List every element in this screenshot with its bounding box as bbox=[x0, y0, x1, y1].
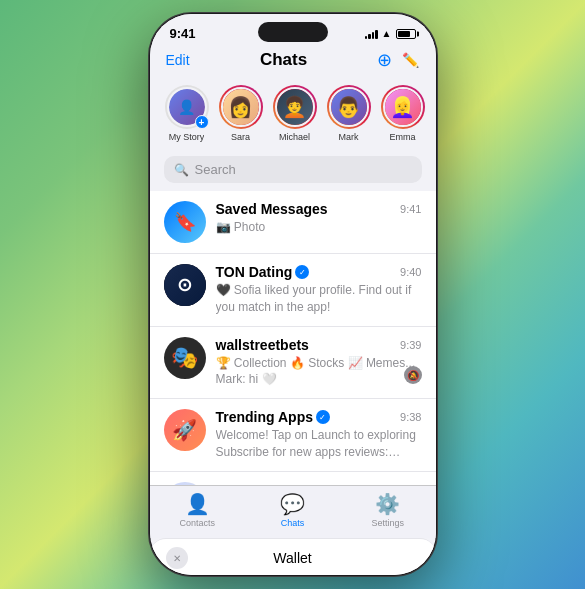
nav-actions: ⊕ ✏️ bbox=[377, 49, 419, 71]
signal-icon bbox=[365, 29, 378, 39]
saved-messages-time: 9:41 bbox=[400, 203, 421, 215]
emma-story-avatar: 👱‍♀️ bbox=[385, 89, 421, 125]
saved-messages-avatar: 🔖 bbox=[164, 201, 206, 243]
wsb-body: wallstreetbets 9:39 🏆 Collection 🔥 Stock… bbox=[216, 337, 422, 389]
wsb-avatar-wrap: 🎭 bbox=[164, 337, 206, 379]
story-name-my-story: My Story bbox=[169, 132, 205, 142]
edit-button[interactable]: Edit bbox=[166, 52, 190, 68]
search-bar[interactable]: 🔍 Search bbox=[164, 156, 422, 183]
saved-messages-body: Saved Messages 9:41 📷 Photo bbox=[216, 201, 422, 236]
story-item-sara[interactable]: 👩 Sara bbox=[218, 85, 264, 142]
sara-story-avatar: 👩 bbox=[223, 89, 259, 125]
story-plus-icon: + bbox=[195, 115, 209, 129]
wsb-time: 9:39 bbox=[400, 339, 421, 351]
battery-icon bbox=[396, 29, 416, 39]
saved-messages-avatar-wrap: 🔖 bbox=[164, 201, 206, 243]
chats-tab-label: Chats bbox=[281, 518, 305, 528]
michael-story-ring: 🧑‍🦱 bbox=[273, 85, 317, 129]
ton-dating-name: TON Dating bbox=[216, 264, 293, 280]
mark-story-ring: 👨 bbox=[327, 85, 371, 129]
search-icon: 🔍 bbox=[174, 163, 189, 177]
story-name-sara: Sara bbox=[231, 132, 250, 142]
wsb-name: wallstreetbets bbox=[216, 337, 309, 353]
ton-dating-avatar-wrap: ⊙ bbox=[164, 264, 206, 306]
chat-item-saved-messages[interactable]: 🔖 Saved Messages 9:41 📷 Photo bbox=[150, 191, 436, 254]
tab-chats[interactable]: 💬 Chats bbox=[245, 492, 340, 528]
page-title: Chats bbox=[260, 50, 307, 70]
sheet-close-button[interactable]: ✕ bbox=[166, 547, 188, 569]
ton-dating-verified-icon: ✓ bbox=[295, 265, 309, 279]
tab-bar: 👤 Contacts 💬 Chats ⚙️ Settings bbox=[150, 485, 436, 538]
trending-preview: Welcome! Tap on Launch to exploringSubsc… bbox=[216, 427, 422, 461]
ton-dating-body: TON Dating ✓ 9:40 🖤 Sofia liked your pro… bbox=[216, 264, 422, 316]
sara-chat-avatar-wrap: 👩‍🦰 bbox=[164, 482, 206, 485]
ton-dating-avatar: ⊙ bbox=[164, 264, 206, 306]
search-input[interactable]: Search bbox=[195, 162, 236, 177]
close-icon: ✕ bbox=[173, 553, 181, 564]
story-name-michael: Michael bbox=[279, 132, 310, 142]
status-icons: ▲ bbox=[365, 28, 416, 39]
chats-tab-icon: 💬 bbox=[280, 492, 305, 516]
sheet-title: Wallet bbox=[200, 550, 386, 566]
trending-avatar-wrap: 🚀 bbox=[164, 409, 206, 451]
wsb-muted-badge: 🔕 bbox=[404, 366, 422, 384]
wsb-preview: 🏆 Collection 🔥 Stocks 📈 Memes...Mark: hi… bbox=[216, 355, 422, 389]
search-container: 🔍 Search bbox=[150, 152, 436, 191]
wsb-avatar-emoji: 🎭 bbox=[171, 347, 198, 369]
wsb-avatar: 🎭 bbox=[164, 337, 206, 379]
story-name-mark: Mark bbox=[339, 132, 359, 142]
ton-dating-preview: 🖤 Sofia liked your profile. Find out if … bbox=[216, 282, 422, 316]
trending-avatar-emoji: 🚀 bbox=[172, 420, 197, 440]
trending-body: Trending Apps ✓ 9:38 Welcome! Tap on Lau… bbox=[216, 409, 422, 461]
chat-item-trending-apps[interactable]: 🚀 Trending Apps ✓ 9:38 Welcome! Tap on L… bbox=[150, 399, 436, 472]
trending-time: 9:38 bbox=[400, 411, 421, 423]
my-story-ring: 👤 + bbox=[165, 85, 209, 129]
ton-dating-time: 9:40 bbox=[400, 266, 421, 278]
chat-item-sara[interactable]: 👩‍🦰 Sara 9:30 Yeah, sounds great. bbox=[150, 472, 436, 485]
nav-header: Edit Chats ⊕ ✏️ bbox=[150, 45, 436, 79]
tab-settings[interactable]: ⚙️ Settings bbox=[340, 492, 435, 528]
story-item-emma[interactable]: 👱‍♀️ Emma bbox=[380, 85, 426, 142]
settings-tab-icon: ⚙️ bbox=[375, 492, 400, 516]
dynamic-island bbox=[258, 22, 328, 42]
wifi-icon: ▲ bbox=[382, 28, 392, 39]
emma-story-ring: 👱‍♀️ bbox=[381, 85, 425, 129]
sara-story-ring: 👩 bbox=[219, 85, 263, 129]
status-time: 9:41 bbox=[170, 26, 196, 41]
michael-story-avatar: 🧑‍🦱 bbox=[277, 89, 313, 125]
bottom-sheet: ✕ Wallet bbox=[150, 538, 436, 575]
sara-body: Sara 9:30 Yeah, sounds great. bbox=[216, 482, 422, 485]
contacts-tab-icon: 👤 bbox=[185, 492, 210, 516]
stories-row: 👤 + My Story 👩 Sara 🧑‍🦱 bbox=[150, 79, 436, 152]
chat-item-ton-dating[interactable]: ⊙ TON Dating ✓ 9:40 🖤 Sofia liked your p… bbox=[150, 254, 436, 327]
mark-story-avatar: 👨 bbox=[331, 89, 367, 125]
trending-avatar: 🚀 bbox=[164, 409, 206, 451]
story-name-emma: Emma bbox=[389, 132, 415, 142]
phone-screen: 9:41 ▲ Edit Chats ⊕ ✏️ bbox=[150, 14, 436, 575]
sara-time: 9:30 bbox=[400, 484, 421, 485]
settings-tab-label: Settings bbox=[372, 518, 405, 528]
story-item-mark[interactable]: 👨 Mark bbox=[326, 85, 372, 142]
tab-contacts[interactable]: 👤 Contacts bbox=[150, 492, 245, 528]
contacts-tab-label: Contacts bbox=[179, 518, 215, 528]
chat-item-wallstreetbets[interactable]: 🎭 wallstreetbets 9:39 🏆 Collection 🔥 Sto… bbox=[150, 327, 436, 400]
sara-chat-avatar: 👩‍🦰 bbox=[164, 482, 206, 485]
story-item-my-story[interactable]: 👤 + My Story bbox=[164, 85, 210, 142]
chat-list: 🔖 Saved Messages 9:41 📷 Photo bbox=[150, 191, 436, 485]
phone-frame: 9:41 ▲ Edit Chats ⊕ ✏️ bbox=[148, 12, 438, 577]
trending-name: Trending Apps bbox=[216, 409, 313, 425]
saved-messages-name: Saved Messages bbox=[216, 201, 328, 217]
sara-chat-name: Sara bbox=[216, 482, 246, 485]
compose-button[interactable]: ✏️ bbox=[402, 52, 419, 68]
story-item-michael[interactable]: 🧑‍🦱 Michael bbox=[272, 85, 318, 142]
trending-verified-icon: ✓ bbox=[316, 410, 330, 424]
saved-messages-preview: 📷 Photo bbox=[216, 219, 422, 236]
add-chat-button[interactable]: ⊕ bbox=[377, 49, 392, 71]
